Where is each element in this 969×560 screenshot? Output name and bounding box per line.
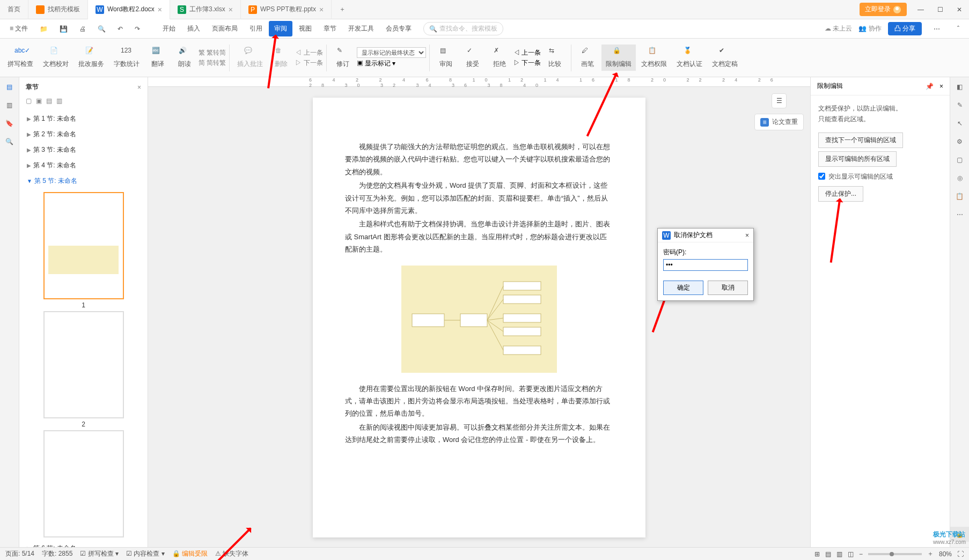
close-icon[interactable]: ×: [229, 5, 233, 14]
reject-button[interactable]: ✗拒绝: [487, 45, 512, 71]
chapter-item[interactable]: ▶第 1 节: 未命名: [25, 111, 142, 127]
highlight-regions-checkbox[interactable]: 突出显示可编辑的区域: [818, 171, 942, 182]
chapter-item[interactable]: ▶第 4 节: 未命名: [25, 158, 142, 173]
status-missing-fonts[interactable]: ⚠ 缺失字体: [215, 549, 248, 558]
track-display-dropdown[interactable]: 显示标记的最终状态: [357, 47, 426, 58]
new-tab-button[interactable]: ＋: [332, 0, 353, 19]
nav-thumbnails[interactable]: ▥: [4, 100, 15, 110]
chapter-item-active[interactable]: ▼第 5 节: 未命名: [25, 173, 142, 189]
tool-settings[interactable]: ⚙: [955, 136, 965, 147]
nav-view-3[interactable]: ▤: [46, 97, 52, 105]
tab-ppt[interactable]: P WPS PPT教程.pptx ×: [241, 0, 332, 19]
menu-view[interactable]: 视图: [293, 21, 317, 36]
minimize-button[interactable]: —: [911, 6, 930, 13]
share-button[interactable]: 凸 分享: [888, 22, 922, 35]
prev-change[interactable]: ◁ 上一条: [513, 48, 541, 57]
menu-chapter[interactable]: 章节: [318, 21, 342, 36]
trad-to-simp[interactable]: 繁 繁转简: [199, 48, 226, 57]
nav-view-2[interactable]: ▣: [36, 97, 42, 105]
cloud-status[interactable]: ☁ 未上云: [825, 24, 852, 33]
next-change[interactable]: ▷ 下一条: [513, 58, 541, 68]
collab-button[interactable]: 👥 协作: [858, 24, 881, 33]
menu-ref[interactable]: 引用: [244, 21, 268, 36]
close-panel-icon[interactable]: ×: [137, 84, 141, 91]
plagiarism-check[interactable]: ≡ 论文查重: [754, 114, 804, 130]
view-mode-read[interactable]: ◫: [848, 550, 854, 558]
spellcheck-button[interactable]: abc✓拼写检查: [3, 45, 38, 71]
zoom-level[interactable]: 80%: [939, 550, 952, 558]
command-search[interactable]: 🔍 查找命令、搜索模板: [423, 22, 503, 35]
tab-templates[interactable]: 找稻壳模板: [28, 0, 88, 19]
side-toggle[interactable]: ☰: [772, 93, 787, 108]
page-thumbnail[interactable]: [43, 430, 124, 537]
zoom-slider[interactable]: [868, 553, 922, 555]
stop-protection-button[interactable]: 停止保护...: [818, 186, 863, 202]
find-next-region-button[interactable]: 查找下一个可编辑的区域: [818, 132, 903, 148]
close-icon[interactable]: ×: [158, 5, 162, 14]
menu-layout[interactable]: 页面布局: [207, 21, 243, 36]
prev-comment[interactable]: ◁ 上一条: [295, 48, 322, 57]
view-mode-web[interactable]: ⊞: [814, 550, 820, 558]
chapter-item[interactable]: ▶第 6 节: 未命名: [25, 541, 142, 547]
view-mode-outline[interactable]: ▤: [825, 550, 831, 558]
app-menu-button[interactable]: ≡ 文件: [4, 21, 33, 36]
status-contentcheck[interactable]: ☑ 内容检查 ▾: [126, 549, 165, 558]
doc-auth[interactable]: 🏅文档认证: [672, 45, 707, 71]
nav-search[interactable]: 🔍: [4, 136, 15, 147]
compare-button[interactable]: ⇆比较: [542, 45, 568, 71]
ok-button[interactable]: 确定: [663, 281, 703, 295]
approve-button[interactable]: 📝批改服务: [74, 45, 108, 71]
insert-comment[interactable]: 💬插入批注: [233, 45, 267, 71]
zoom-out[interactable]: −: [859, 550, 863, 558]
cancel-button[interactable]: 取消: [708, 281, 748, 295]
tool-select[interactable]: ↖: [955, 118, 965, 129]
maximize-button[interactable]: ☐: [930, 6, 950, 13]
password-input[interactable]: [663, 259, 748, 271]
ink-button[interactable]: 🖊画笔: [575, 45, 600, 71]
review-pane[interactable]: ▤审阅: [433, 45, 459, 71]
document-page[interactable]: 视频提供了功能强大的方法帮助您证明您的观点。当您单击联机视频时，可以在想要添加的…: [313, 98, 645, 537]
tab-excel[interactable]: S 工作簿3.xlsx ×: [170, 0, 241, 19]
status-restricted[interactable]: 🔒 编辑受限: [172, 549, 208, 558]
finalize-doc[interactable]: ✔文档定稿: [708, 45, 742, 71]
doc-permissions[interactable]: 📋文档权限: [637, 45, 671, 71]
chapter-item[interactable]: ▶第 2 节: 未命名: [25, 127, 142, 142]
tab-word-doc[interactable]: W Word教程2.docx ×: [88, 0, 170, 19]
nav-pane-toggle[interactable]: ▤: [4, 82, 15, 92]
page-thumbnail[interactable]: [43, 311, 124, 418]
login-button[interactable]: 立即登录: [860, 3, 907, 16]
menu-vip[interactable]: 会员专享: [380, 21, 417, 36]
wordcount-button[interactable]: 123字数统计: [109, 45, 144, 71]
status-page[interactable]: 页面: 5/14: [5, 549, 34, 558]
pin-icon[interactable]: 📌: [926, 83, 934, 90]
status-wordcount[interactable]: 字数: 2855: [42, 549, 72, 558]
nav-bookmark[interactable]: 🔖: [4, 118, 15, 129]
qat-print[interactable]: 🖨: [74, 22, 91, 36]
menu-review[interactable]: 审阅: [269, 21, 292, 36]
page-thumbnail[interactable]: [43, 192, 124, 299]
tool-target[interactable]: ◎: [955, 173, 965, 183]
next-comment[interactable]: ▷ 下一条: [295, 58, 322, 68]
qat-undo[interactable]: ↶: [112, 22, 128, 36]
restrict-editing-button[interactable]: 🔒限制编辑: [601, 45, 636, 71]
qat-preview[interactable]: 🔍: [92, 22, 111, 36]
accept-button[interactable]: ✓接受: [460, 45, 486, 71]
show-all-regions-button[interactable]: 显示可编辑的所有区域: [818, 151, 897, 167]
track-changes[interactable]: ✎修订: [330, 45, 356, 71]
dialog-close-icon[interactable]: ×: [745, 232, 749, 239]
qat-save[interactable]: 💾: [54, 22, 73, 36]
translate-button[interactable]: 🔤翻译: [145, 45, 171, 71]
read-aloud-button[interactable]: 🔊朗读: [172, 45, 197, 71]
fullscreen-button[interactable]: ⛶: [957, 550, 964, 558]
chapter-item[interactable]: ▶第 3 节: 未命名: [25, 142, 142, 158]
menu-insert[interactable]: 插入: [182, 21, 205, 36]
close-icon[interactable]: ×: [319, 5, 324, 14]
nav-view-1[interactable]: ▢: [26, 97, 32, 105]
show-markup[interactable]: ▣ 显示标记 ▾: [357, 59, 426, 68]
proof-button[interactable]: 📄文档校对: [39, 45, 73, 71]
view-mode-page[interactable]: ▥: [836, 550, 842, 558]
horizontal-ruler[interactable]: 6 4 2 2 4 6 8 10 12 14 16 18 20 22 24 26…: [148, 77, 810, 87]
close-taskpane-icon[interactable]: ×: [939, 83, 943, 90]
collapse-ribbon[interactable]: ˆ: [952, 22, 965, 36]
tool-more[interactable]: ⋯: [955, 209, 965, 220]
